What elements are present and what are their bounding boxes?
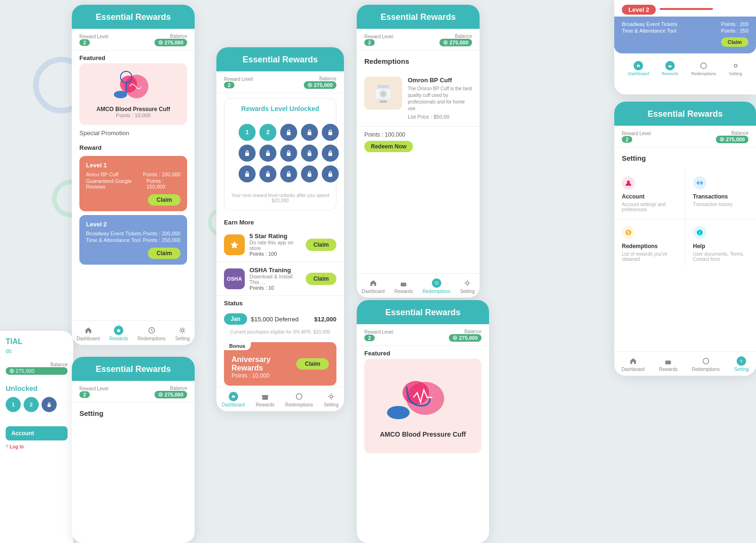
balance-section-fb: Balance 275,000	[449, 329, 481, 342]
nav-setting-1[interactable]: Setting	[175, 326, 190, 341]
level2-claim-button[interactable]: Claim	[148, 248, 180, 259]
nav-dashboard-r[interactable]: Dashboard	[361, 278, 385, 294]
svg-rect-6	[117, 330, 120, 332]
svg-point-33	[381, 92, 386, 96]
balance-section-r: Balance 275,000	[439, 34, 472, 46]
level1-item1-label: Amco BP Cuff	[86, 172, 119, 177]
redemptions-setting-icon: $	[622, 226, 635, 239]
svg-rect-25	[262, 396, 268, 400]
svg-point-29	[443, 40, 448, 45]
level2-top-item2: Time & Attendance Tool Points : 250	[622, 28, 748, 34]
nav-redemptions-c[interactable]: Redemptions	[285, 392, 313, 407]
svg-rect-11	[287, 132, 291, 135]
level1-claim-button[interactable]: Claim	[148, 194, 180, 206]
redeem-now-button[interactable]: Redeem Now	[364, 141, 413, 152]
redeem-details-1: Omron BP Cuff The Omron BP Cuff is the b…	[408, 77, 472, 120]
help-icon: i	[693, 226, 706, 239]
setting-active-icon-s	[737, 356, 746, 366]
nav-setting-c[interactable]: Setting	[324, 392, 338, 407]
bl-dot-3	[42, 397, 57, 412]
setting-icon	[178, 326, 187, 335]
svg-rect-21	[287, 173, 291, 177]
nav-dashboard-1[interactable]: Dashboard	[77, 326, 100, 341]
reward-level-value-r: 2	[364, 39, 393, 46]
nav-rewards-c[interactable]: Rewards	[256, 392, 274, 407]
nav-setting-r[interactable]: Setting	[460, 278, 475, 294]
svg-rect-7	[117, 330, 120, 331]
bonus-content: Aniversary Rewards Points : 10,000	[232, 349, 296, 379]
bl-account-btn[interactable]: Account	[6, 426, 68, 440]
svg-rect-18	[328, 153, 332, 156]
redemptions-title: Essential Rewards	[380, 12, 455, 22]
bl-balance-coin: 275,000	[6, 367, 68, 375]
osha-row: OSHA OSHA Traning Download & Install Thi…	[216, 262, 344, 296]
nav-item-tr-4[interactable]: Setting	[729, 61, 742, 76]
nav-setting-s[interactable]: Setting	[734, 356, 749, 372]
nav-item-tr-1[interactable]: Dashboard	[628, 61, 649, 76]
status-deferred: $15,000 Deferred	[251, 316, 299, 323]
svg-marker-24	[231, 241, 238, 249]
unlock-dot-9	[301, 145, 318, 162]
featured-product-points: Points : 10,000	[116, 112, 150, 118]
bonus-title: Aniversary Rewards	[232, 355, 296, 372]
level1-title: Level 1	[86, 162, 180, 169]
nav-rewards-r[interactable]: Rewards	[394, 278, 412, 294]
fb-reward-label: Reward Level	[364, 329, 393, 335]
reward-level-badge-c: 2	[224, 82, 234, 88]
setting-account[interactable]: Account Account settings and preferences	[614, 170, 685, 219]
svg-rect-26	[262, 395, 268, 396]
setting-transactions[interactable]: Transactions Transaction history	[686, 170, 756, 219]
balance-value-c: 275,000	[304, 81, 336, 89]
unlock-dot-10	[322, 145, 339, 162]
account-icon	[622, 176, 635, 190]
svg-point-49	[703, 358, 709, 364]
home-icon-tr	[634, 61, 643, 70]
balance-section-s: Balance 275,000	[716, 130, 748, 143]
level2-top-item1: Broadway Event Tickets Points : 200	[622, 21, 748, 27]
nav-redemptions-r[interactable]: Redemptions	[422, 278, 450, 294]
nav-redemptions-1[interactable]: Redemptions	[137, 326, 165, 341]
reward-level-value: 2	[79, 39, 108, 46]
nav-redemptions-label-s: Redemptions	[692, 367, 720, 372]
status-month: Jan	[224, 313, 247, 325]
level2-top-header: Level 2	[614, 0, 756, 17]
level2-top-card: Level 2 Broadway Event Tickets Points : …	[614, 0, 756, 95]
star-icon-bg	[224, 234, 245, 255]
status-label: Status	[216, 296, 344, 309]
reward-level-label-r: Reward Level	[364, 34, 393, 39]
level1-item2-points: Points : 150,000	[146, 178, 180, 190]
svg-rect-12	[308, 132, 311, 135]
nav-item-tr-2[interactable]: Rewards	[662, 61, 679, 76]
unlocked-label: Unlocked	[6, 384, 68, 392]
home-icon	[84, 326, 93, 335]
redemptions-icon	[147, 326, 156, 335]
reward-level-badge-s: 2	[622, 136, 632, 143]
nav-rewards-1[interactable]: Rewards	[109, 326, 128, 341]
setting-redemptions[interactable]: $ Redemptions List of rewards you've obt…	[614, 219, 685, 268]
level2-top-claim-button[interactable]: Claim	[721, 37, 748, 47]
svg-rect-17	[308, 153, 311, 156]
star-claim-button[interactable]: Claim	[306, 239, 336, 251]
nav-dashboard-c[interactable]: Dashboard	[222, 392, 245, 407]
phone-header-r: Essential Rewards	[357, 5, 480, 29]
unlock-title: Rewards Level Unlocked	[231, 105, 329, 112]
nav-rewards-s[interactable]: Rewards	[659, 356, 677, 372]
reward-bar-fb: Reward Level 2 Balance 275,000	[357, 324, 489, 346]
nav-redemptions-s[interactable]: Redemptions	[692, 356, 720, 372]
nav-setting-label-s: Setting	[734, 367, 749, 372]
level2-badge: Level 2	[622, 5, 656, 15]
nav-item-tr-3[interactable]: Redemptions	[691, 61, 716, 76]
fb-bp-illustration	[385, 365, 461, 427]
nav-dashboard-label-r: Dashboard	[361, 289, 385, 294]
balance-section-c: Balance 275,000	[304, 76, 336, 89]
redeem-title-1: Omron BP Cuff	[408, 77, 472, 84]
help-desc: User documents, Terms, Contact form	[693, 251, 749, 262]
osha-claim-button[interactable]: Claim	[306, 273, 336, 285]
bonus-claim-button[interactable]: Claim	[296, 358, 329, 370]
setting-help[interactable]: i Help User documents, Terms, Contact fo…	[686, 219, 756, 268]
svg-rect-13	[328, 132, 332, 135]
card1-title: Essential Rewards	[95, 12, 171, 22]
nav-dashboard-s[interactable]: Dashboard	[621, 356, 644, 372]
unlock-dot-5	[322, 124, 339, 141]
level2-title: Level 2	[86, 221, 180, 228]
